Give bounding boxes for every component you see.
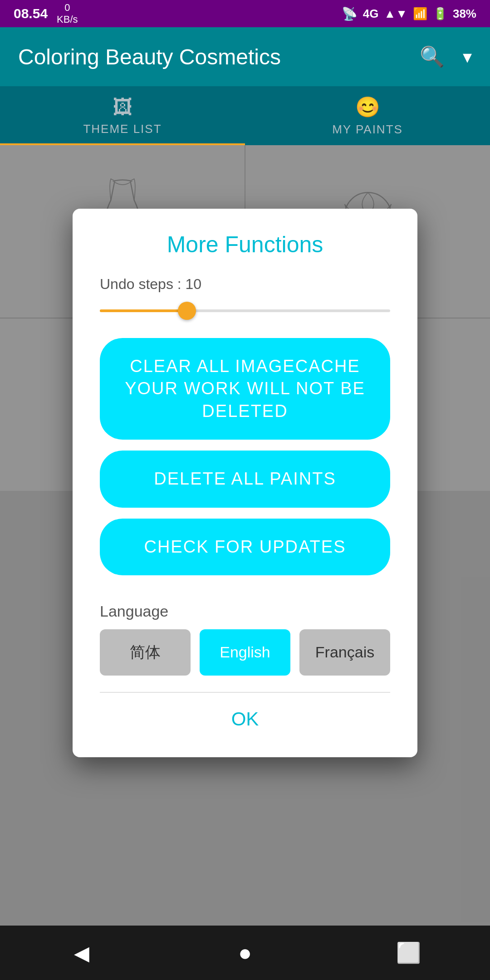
home-button[interactable]: [227, 935, 263, 971]
status-time: 08.54: [14, 6, 48, 21]
status-bar: 08.54 0KB/s 📡 4G ▲▼ 📶 🔋 38%: [0, 0, 490, 27]
check-for-updates-button[interactable]: CHECK FOR UPDATES: [100, 519, 390, 575]
lang-english-button[interactable]: English: [200, 629, 290, 676]
cast-icon: 📡: [342, 6, 358, 21]
clear-cache-button[interactable]: CLEAR ALL IMAGECACHEYOUR WORK WILL NOT B…: [100, 338, 390, 440]
slider-thumb[interactable]: [178, 302, 196, 320]
battery-percent: 38%: [453, 7, 476, 21]
tab-my-paints[interactable]: 😊 MY PAINTS: [245, 86, 490, 145]
recent-apps-button[interactable]: [390, 935, 426, 971]
status-left: 08.54 0KB/s: [14, 2, 78, 26]
bottom-nav: [0, 926, 490, 980]
lang-chinese-button[interactable]: 简体: [100, 629, 191, 676]
header-icons: 🔍 ▾: [420, 45, 472, 69]
language-label: Language: [100, 603, 390, 620]
search-icon[interactable]: 🔍: [420, 45, 445, 69]
slider-fill: [100, 309, 187, 312]
undo-steps-label: Undo steps : 10: [100, 276, 390, 293]
language-section: Language 简体 English Français: [100, 603, 390, 676]
tab-theme-list[interactable]: 🖼 THEME LIST: [0, 86, 245, 145]
lang-french-button[interactable]: Français: [299, 629, 390, 676]
ok-button[interactable]: OK: [100, 704, 390, 735]
slider-track: [100, 309, 390, 312]
delete-all-paints-button[interactable]: DELETE ALL PAINTS: [100, 451, 390, 507]
app-header: Coloring Beauty Cosmetics 🔍 ▾: [0, 27, 490, 86]
chevron-down-icon[interactable]: ▾: [463, 46, 472, 67]
undo-slider[interactable]: [100, 302, 390, 320]
more-functions-dialog: More Functions Undo steps : 10 CLEAR ALL…: [73, 209, 417, 757]
back-button[interactable]: [64, 935, 100, 971]
tab-theme-list-label: THEME LIST: [83, 122, 162, 136]
face-icon: 😊: [355, 95, 380, 119]
language-buttons: 简体 English Français: [100, 629, 390, 676]
app-title: Coloring Beauty Cosmetics: [18, 44, 281, 69]
network-icon: 4G: [363, 7, 379, 21]
dialog-title: More Functions: [100, 231, 390, 258]
dialog-divider: [100, 692, 390, 693]
signal-bars: 📶: [413, 7, 427, 21]
tab-bar: 🖼 THEME LIST 😊 MY PAINTS: [0, 86, 490, 145]
status-right: 📡 4G ▲▼ 📶 🔋 38%: [342, 6, 476, 21]
status-data: 0KB/s: [57, 2, 78, 26]
image-icon: 🖼: [113, 96, 132, 118]
tab-my-paints-label: MY PAINTS: [332, 122, 403, 137]
signal-icon: ▲▼: [384, 7, 407, 21]
battery-icon: 🔋: [433, 7, 447, 21]
